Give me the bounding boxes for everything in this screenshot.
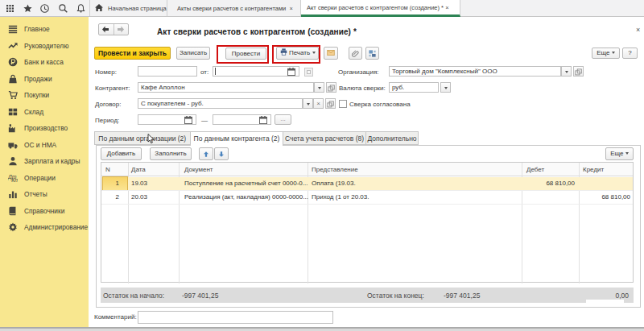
svg-text:Кт: Кт <box>11 177 18 183</box>
